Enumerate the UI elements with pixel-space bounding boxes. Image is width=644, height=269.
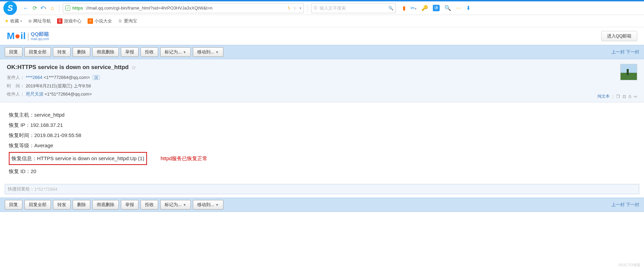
bookmark-taobao[interactable]: 🗎 爱淘宝 (118, 18, 137, 24)
home-icon[interactable]: ⌂ (49, 5, 56, 12)
reply-button[interactable]: 回复 (5, 47, 22, 57)
annotation-text: httpd服务已恢复正常 (161, 153, 207, 164)
window-icon[interactable]: ❐ (616, 94, 620, 99)
print-icon[interactable]: ⎙ (629, 94, 631, 99)
quick-reply-prefix: 快捷回复给： (8, 186, 34, 192)
url-path: ://mail.qq.com/cgi-bin/frame_html?sid=4h… (85, 5, 282, 11)
chevron-down-icon: ▼ (216, 203, 219, 207)
shield-icon: ✓ (65, 5, 70, 11)
from-label: 发件人： (7, 75, 24, 80)
download-icon[interactable]: ⬇ (466, 5, 471, 11)
body-line-id: 恢复 ID：20 (9, 166, 635, 176)
delete-permanent-button[interactable]: 彻底删除 (92, 200, 119, 209)
novel-icon: 小 (88, 18, 93, 24)
star-icon: ★ (5, 18, 9, 23)
chevron-down-icon: ▼ (216, 50, 219, 54)
mark-as-button[interactable]: 标记为...▼ (160, 47, 191, 57)
dropdown-icon[interactable]: ▾ (299, 6, 301, 11)
avatar-thumbnail[interactable] (620, 64, 637, 80)
reject-button[interactable]: 拒收 (141, 200, 158, 209)
forward-button[interactable]: 转发 (53, 200, 71, 209)
from-address: <1***772664@qq.com> (43, 75, 90, 80)
delete-button[interactable]: 删除 (73, 200, 90, 209)
reply-button[interactable]: 回复 (5, 200, 22, 209)
more-icon[interactable]: ⋯ (456, 5, 461, 11)
prev-next-nav[interactable]: 上一封 下一封 (611, 202, 639, 208)
header-actions: 纯文本 | ❐ ⊡ ⎙ ⇨ (597, 94, 637, 99)
mail-logo[interactable]: M●il | QQ邮箱 mail.qq.com (7, 31, 49, 41)
from-row: 发件人： ****2664 <1***772664@qq.com> 国 (7, 73, 637, 82)
report-button[interactable]: 举报 (121, 47, 139, 57)
mail-brand-cn: QQ邮箱 (31, 31, 49, 37)
sogou-browser-logo[interactable]: S (3, 1, 17, 15)
message-subject: OK:HTTPS service is down on service_http… (7, 64, 637, 71)
prev-next-nav[interactable]: 上一封 下一封 (611, 49, 639, 55)
body-line-time: 恢复时间：2019.08.21-09:55:58 (9, 130, 635, 140)
message-body: 恢复主机：service_httpd 恢复 IP：192.168.37.21 恢… (0, 102, 644, 184)
mail-brand-en: mail.qq.com (31, 37, 49, 41)
delete-button[interactable]: 删除 (73, 47, 90, 57)
separator (59, 4, 59, 12)
address-bar[interactable]: ✓ https ://mail.qq.com/cgi-bin/frame_htm… (63, 3, 304, 13)
bookmark-label: 收藏 (10, 18, 19, 24)
search-icon[interactable]: 🔍 (388, 6, 393, 11)
mail-logo-m: M●il (7, 31, 26, 41)
body-line-ip: 恢复 IP：192.168.37.21 (9, 120, 635, 130)
star-toggle-icon[interactable]: ☆ (131, 64, 136, 71)
reply-all-button[interactable]: 回复全部 (24, 200, 51, 209)
bookmark-novel[interactable]: 小 小说大全 (88, 18, 112, 24)
plain-text-toggle[interactable]: 纯文本 (597, 94, 610, 99)
star-icon[interactable]: ☆ (293, 6, 297, 11)
forward-button[interactable]: 转发 (53, 47, 71, 57)
translate-icon[interactable]: 译 (433, 5, 440, 11)
quick-reply-input[interactable]: 快捷回复给： 1*51*72664 (5, 184, 639, 194)
bookmark-bar: ★ 收藏 ▾ ⊕ 网址导航 S 游戏中心 小 小说大全 🗎 爱淘宝 (0, 15, 644, 27)
magnify-icon[interactable]: 🔍 (444, 5, 451, 11)
to-name[interactable]: 咫尺天涯 (26, 91, 43, 97)
export-icon[interactable]: ⇨ (634, 94, 637, 99)
scissors-icon[interactable]: ✂▾ (410, 5, 417, 11)
move-to-button[interactable]: 移动到...▼ (193, 200, 223, 209)
undo-icon[interactable]: ↶▾ (40, 5, 47, 12)
mark-as-button[interactable]: 标记为...▼ (160, 200, 191, 209)
bookmark-label: 爱淘宝 (124, 18, 137, 24)
reply-all-button[interactable]: 回复全部 (24, 47, 51, 57)
game-icon: S (57, 18, 62, 24)
body-line-info-highlighted: 恢复信息：HTTPS service is down on service_ht… (9, 152, 147, 165)
move-to-button[interactable]: 移动到...▼ (193, 47, 223, 57)
bookmark-label: 小说大全 (94, 18, 112, 24)
mail-header: M●il | QQ邮箱 mail.qq.com 进入QQ邮箱 (0, 27, 644, 45)
url-actions: ϟ ☆ ▾ (288, 6, 301, 11)
search-engine-icon[interactable]: Ⓢ (313, 5, 317, 11)
key-icon[interactable]: 🔑 (421, 5, 428, 11)
to-address: <1*51*72664@qq.com> (44, 91, 92, 97)
back-icon[interactable]: ← (22, 5, 29, 12)
flash-icon[interactable]: ϟ (288, 6, 290, 11)
encoding-icon[interactable]: ⊡ (623, 94, 626, 99)
subject-text: OK:HTTPS service is down on service_http… (7, 64, 129, 71)
bookmark-game[interactable]: S 游戏中心 (57, 18, 81, 24)
chevron-down-icon: ▼ (183, 50, 186, 54)
browser-nav-row: S ← ⟳ ↶▾ ⌂ ✓ https ://mail.qq.com/cgi-bi… (0, 1, 644, 15)
chevron-down-icon: ▼ (183, 203, 186, 207)
from-name[interactable]: ****2664 (26, 75, 42, 80)
mail-toolbar-top: 回复 回复全部 转发 删除 彻底删除 举报 拒收 标记为...▼ 移动到...▼… (0, 45, 644, 59)
globe-icon: ⊕ (28, 18, 32, 23)
bookmark-label: 游戏中心 (64, 18, 81, 24)
search-input[interactable] (319, 5, 386, 11)
mail-toolbar-bottom: 回复 回复全部 转发 删除 彻底删除 举报 拒收 标记为...▼ 移动到...▼… (0, 198, 644, 212)
reject-button[interactable]: 拒收 (141, 47, 158, 57)
reload-icon[interactable]: ⟳ (31, 5, 38, 12)
separator (307, 4, 308, 12)
bookmark-favorites[interactable]: ★ 收藏 ▾ (5, 18, 22, 24)
report-button[interactable]: 举报 (121, 200, 139, 209)
contact-card-icon[interactable]: 国 (93, 75, 100, 80)
enter-mailbox-button[interactable]: 进入QQ邮箱 (601, 31, 637, 41)
time-value: 2019年8月21日(星期三) 上午9:58 (26, 83, 91, 88)
bookmark-nav[interactable]: ⊕ 网址导航 (28, 18, 51, 24)
phone-sync-icon[interactable]: ▮ (403, 5, 406, 11)
to-row: 收件人： 咫尺天涯 <1*51*72664@qq.com> (7, 90, 637, 99)
body-line-level: 恢复等级：Average (9, 140, 635, 151)
search-box[interactable]: Ⓢ 🔍 (311, 3, 396, 13)
delete-permanent-button[interactable]: 彻底删除 (92, 47, 119, 57)
